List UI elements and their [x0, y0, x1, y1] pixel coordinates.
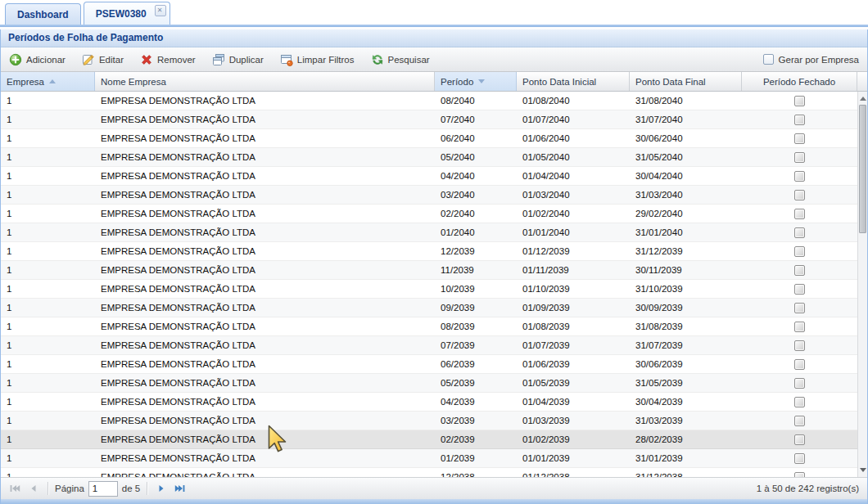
- cell-empresa: 1: [1, 242, 95, 260]
- gerar-por-empresa-label: Gerar por Empresa: [779, 55, 859, 65]
- cell-periodo: 12/2039: [435, 242, 517, 260]
- page-input[interactable]: [88, 481, 118, 497]
- cell-periodo: 04/2039: [435, 393, 517, 411]
- cell-nome-empresa: EMPRESA DEMONSTRAÇÃO LTDA: [95, 186, 435, 204]
- cell-periodo: 03/2040: [435, 186, 517, 204]
- cell-nome-empresa: EMPRESA DEMONSTRAÇÃO LTDA: [95, 280, 435, 298]
- table-row[interactable]: 1 EMPRESA DEMONSTRAÇÃO LTDA 08/2039 01/0…: [1, 317, 857, 336]
- periodo-fechado-checkbox[interactable]: [794, 115, 805, 125]
- duplicar-button[interactable]: Duplicar: [212, 53, 264, 66]
- cell-ponto-data-inicial: 01/01/2040: [517, 223, 630, 241]
- cell-ponto-data-inicial: 01/04/2040: [517, 167, 630, 185]
- pesquisar-button[interactable]: Pesquisar: [371, 53, 430, 66]
- periodo-fechado-checkbox[interactable]: [794, 284, 805, 295]
- table-row[interactable]: 1 EMPRESA DEMONSTRAÇÃO LTDA 04/2039 01/0…: [1, 393, 857, 412]
- first-page-button[interactable]: [7, 481, 22, 496]
- cell-ponto-data-inicial: 01/12/2038: [517, 468, 630, 477]
- column-header-periodo[interactable]: Período: [435, 72, 517, 91]
- periodo-fechado-checkbox[interactable]: [794, 416, 805, 426]
- tab-dashboard[interactable]: Dashboard: [5, 3, 81, 25]
- table-row[interactable]: 1 EMPRESA DEMONSTRAÇÃO LTDA 06/2040 01/0…: [1, 129, 857, 148]
- cell-periodo-fechado: [742, 110, 857, 128]
- tab-close-icon[interactable]: [155, 5, 166, 16]
- periodo-fechado-checkbox[interactable]: [794, 209, 805, 219]
- vertical-scrollbar[interactable]: [857, 92, 867, 477]
- table-row[interactable]: 1 EMPRESA DEMONSTRAÇÃO LTDA 05/2040 01/0…: [1, 148, 857, 167]
- main-panel: Períodos de Folha de Pagamento Adicionar: [0, 29, 868, 499]
- cell-ponto-data-final: 31/05/2039: [630, 374, 742, 392]
- periodo-fechado-checkbox[interactable]: [794, 322, 805, 332]
- toolbar: Adicionar Editar: [1, 47, 867, 72]
- adicionar-label: Adicionar: [26, 55, 66, 65]
- table-row[interactable]: 1 EMPRESA DEMONSTRAÇÃO LTDA 12/2038 01/1…: [1, 468, 857, 477]
- scroll-down-button[interactable]: [858, 464, 867, 476]
- editar-button[interactable]: Editar: [82, 53, 124, 66]
- table-row[interactable]: 1 EMPRESA DEMONSTRAÇÃO LTDA 11/2039 01/1…: [1, 261, 857, 280]
- table-row[interactable]: 1 EMPRESA DEMONSTRAÇÃO LTDA 09/2039 01/0…: [1, 299, 857, 317]
- tab-bar: Dashboard PSEW0380: [0, 0, 868, 25]
- remover-button[interactable]: Remover: [140, 53, 196, 66]
- scroll-up-button[interactable]: [858, 92, 867, 105]
- gerar-por-empresa-checkbox[interactable]: [763, 54, 774, 65]
- cell-ponto-data-inicial: 01/02/2040: [517, 205, 630, 223]
- periodo-fechado-checkbox[interactable]: [794, 152, 805, 163]
- table-row[interactable]: 1 EMPRESA DEMONSTRAÇÃO LTDA 06/2039 01/0…: [1, 355, 857, 374]
- table-row[interactable]: 1 EMPRESA DEMONSTRAÇÃO LTDA 07/2040 01/0…: [1, 110, 857, 129]
- first-page-icon: [8, 482, 21, 495]
- cell-periodo-fechado: [742, 92, 857, 110]
- periodo-fechado-checkbox[interactable]: [794, 434, 805, 445]
- column-header-nome-empresa[interactable]: Nome Empresa: [95, 72, 435, 91]
- paging-separator: [47, 482, 48, 495]
- scroll-thumb[interactable]: [859, 105, 866, 233]
- table-row[interactable]: 1 EMPRESA DEMONSTRAÇÃO LTDA 01/2039 01/0…: [1, 449, 857, 468]
- periodo-fechado-checkbox[interactable]: [794, 96, 805, 106]
- periodo-fechado-checkbox[interactable]: [794, 378, 805, 389]
- table-row[interactable]: 1 EMPRESA DEMONSTRAÇÃO LTDA 10/2039 01/1…: [1, 280, 857, 299]
- periodo-fechado-checkbox[interactable]: [794, 397, 805, 407]
- periodo-fechado-checkbox[interactable]: [794, 133, 805, 144]
- table-row[interactable]: 1 EMPRESA DEMONSTRAÇÃO LTDA 08/2040 01/0…: [1, 92, 857, 110]
- cell-periodo-fechado: [742, 167, 857, 185]
- periodo-fechado-checkbox[interactable]: [794, 303, 805, 313]
- table-row[interactable]: 1 EMPRESA DEMONSTRAÇÃO LTDA 12/2039 01/1…: [1, 242, 857, 261]
- periodo-fechado-checkbox[interactable]: [794, 453, 805, 464]
- periodo-fechado-checkbox[interactable]: [794, 190, 805, 200]
- cell-periodo: 08/2040: [435, 92, 517, 110]
- cell-nome-empresa: EMPRESA DEMONSTRAÇÃO LTDA: [95, 110, 435, 128]
- table-row[interactable]: 1 EMPRESA DEMONSTRAÇÃO LTDA 03/2039 01/0…: [1, 412, 857, 430]
- periodo-fechado-checkbox[interactable]: [794, 227, 805, 238]
- next-page-button[interactable]: [154, 481, 169, 496]
- adicionar-button[interactable]: Adicionar: [9, 53, 66, 66]
- table-row[interactable]: 1 EMPRESA DEMONSTRAÇÃO LTDA 02/2040 01/0…: [1, 205, 857, 223]
- cell-empresa: 1: [1, 374, 95, 392]
- table-row[interactable]: 1 EMPRESA DEMONSTRAÇÃO LTDA 03/2040 01/0…: [1, 186, 857, 205]
- cell-periodo: 06/2040: [435, 129, 517, 147]
- periodo-fechado-checkbox[interactable]: [794, 171, 805, 182]
- cell-periodo-fechado: [742, 205, 857, 223]
- column-header-periodo-fechado[interactable]: Período Fechado: [742, 72, 857, 91]
- table-row[interactable]: 1 EMPRESA DEMONSTRAÇÃO LTDA 05/2039 01/0…: [1, 374, 857, 393]
- periodo-fechado-checkbox[interactable]: [794, 472, 805, 478]
- cell-periodo: 02/2039: [435, 430, 517, 448]
- column-header-empresa[interactable]: Empresa: [1, 72, 95, 91]
- periodo-fechado-checkbox[interactable]: [794, 359, 805, 370]
- cell-ponto-data-inicial: 01/03/2040: [517, 186, 630, 204]
- table-row[interactable]: 1 EMPRESA DEMONSTRAÇÃO LTDA 07/2039 01/0…: [1, 336, 857, 355]
- column-header-ponto-data-final[interactable]: Ponto Data Final: [630, 72, 742, 91]
- prev-page-button[interactable]: [26, 481, 41, 496]
- limpar-filtros-button[interactable]: Limpar Filtros: [280, 53, 355, 66]
- table-row[interactable]: 1 EMPRESA DEMONSTRAÇÃO LTDA 02/2039 01/0…: [1, 430, 857, 449]
- tab-psew0380[interactable]: PSEW0380: [84, 2, 170, 25]
- table-row[interactable]: 1 EMPRESA DEMONSTRAÇÃO LTDA 04/2040 01/0…: [1, 167, 857, 186]
- periodo-fechado-checkbox[interactable]: [794, 340, 805, 351]
- cell-nome-empresa: EMPRESA DEMONSTRAÇÃO LTDA: [95, 374, 435, 392]
- last-page-button[interactable]: [173, 481, 188, 496]
- cell-periodo-fechado: [742, 430, 857, 448]
- column-header-ponto-data-inicial[interactable]: Ponto Data Inicial: [517, 72, 630, 91]
- add-icon: [9, 53, 22, 66]
- cell-periodo: 06/2039: [435, 355, 517, 373]
- periodo-fechado-checkbox[interactable]: [794, 265, 805, 276]
- cell-ponto-data-inicial: 01/08/2039: [517, 317, 630, 335]
- table-row[interactable]: 1 EMPRESA DEMONSTRAÇÃO LTDA 01/2040 01/0…: [1, 223, 857, 242]
- periodo-fechado-checkbox[interactable]: [794, 246, 805, 257]
